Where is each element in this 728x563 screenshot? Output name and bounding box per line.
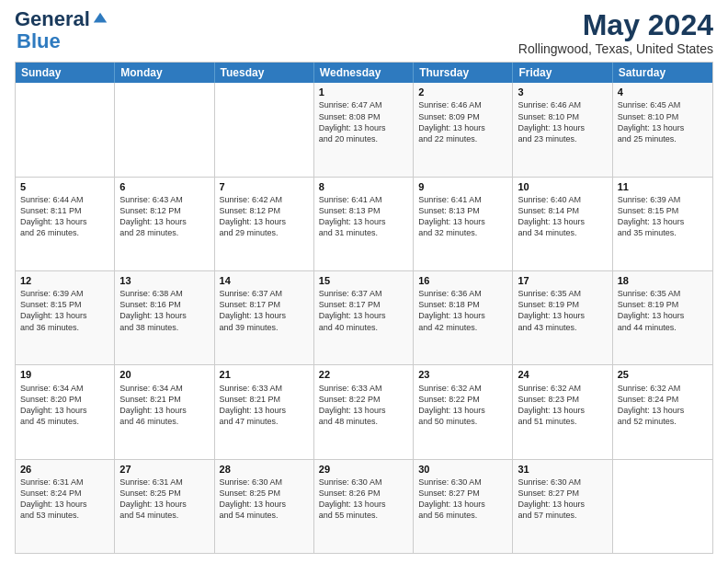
cell-day-number: 20 xyxy=(119,368,209,381)
cal-header-saturday: Saturday xyxy=(613,63,712,83)
logo-blue: Blue xyxy=(17,29,61,53)
title-area: May 2024 Rollingwood, Texas, United Stat… xyxy=(518,9,713,56)
cell-day-number: 24 xyxy=(518,368,607,381)
subtitle: Rollingwood, Texas, United States xyxy=(518,41,713,56)
cal-cell-12: 12Sunrise: 6:39 AM Sunset: 8:15 PM Dayli… xyxy=(16,271,115,364)
page: General Blue May 2024 Rollingwood, Texas… xyxy=(0,0,728,563)
cell-sun-info: Sunrise: 6:32 AM Sunset: 8:22 PM Dayligh… xyxy=(418,383,507,428)
cal-header-wednesday: Wednesday xyxy=(314,63,414,83)
cell-sun-info: Sunrise: 6:30 AM Sunset: 8:26 PM Dayligh… xyxy=(319,477,408,522)
cell-sun-info: Sunrise: 6:33 AM Sunset: 8:22 PM Dayligh… xyxy=(319,383,408,428)
cell-sun-info: Sunrise: 6:47 AM Sunset: 8:08 PM Dayligh… xyxy=(319,99,408,144)
cell-day-number: 14 xyxy=(220,274,309,287)
cal-cell-27: 27Sunrise: 6:31 AM Sunset: 8:25 PM Dayli… xyxy=(115,460,214,553)
cell-sun-info: Sunrise: 6:34 AM Sunset: 8:21 PM Dayligh… xyxy=(119,383,209,428)
cal-cell-8: 8Sunrise: 6:41 AM Sunset: 8:13 PM Daylig… xyxy=(314,178,414,270)
cal-row-5: 26Sunrise: 6:31 AM Sunset: 8:24 PM Dayli… xyxy=(16,459,712,553)
cal-cell-23: 23Sunrise: 6:32 AM Sunset: 8:22 PM Dayli… xyxy=(414,365,513,458)
cell-sun-info: Sunrise: 6:30 AM Sunset: 8:25 PM Dayligh… xyxy=(220,477,309,522)
cal-header-monday: Monday xyxy=(115,63,214,83)
cell-sun-info: Sunrise: 6:40 AM Sunset: 8:14 PM Dayligh… xyxy=(518,194,607,239)
cal-cell-25: 25Sunrise: 6:32 AM Sunset: 8:24 PM Dayli… xyxy=(613,365,712,458)
cell-day-number: 3 xyxy=(518,86,607,98)
svg-marker-0 xyxy=(94,13,107,23)
cal-row-2: 5Sunrise: 6:44 AM Sunset: 8:11 PM Daylig… xyxy=(16,177,712,270)
cal-cell-15: 15Sunrise: 6:37 AM Sunset: 8:17 PM Dayli… xyxy=(314,271,414,364)
main-title: May 2024 xyxy=(518,9,713,41)
cell-day-number: 5 xyxy=(20,180,109,193)
cell-day-number: 2 xyxy=(418,86,507,98)
cell-sun-info: Sunrise: 6:46 AM Sunset: 8:09 PM Dayligh… xyxy=(418,99,507,144)
cell-day-number: 22 xyxy=(319,368,408,381)
cell-sun-info: Sunrise: 6:32 AM Sunset: 8:23 PM Dayligh… xyxy=(518,383,607,428)
cell-sun-info: Sunrise: 6:39 AM Sunset: 8:15 PM Dayligh… xyxy=(20,288,109,333)
cal-cell-empty-4-6 xyxy=(613,460,712,553)
cal-cell-14: 14Sunrise: 6:37 AM Sunset: 8:17 PM Dayli… xyxy=(215,271,314,364)
cell-sun-info: Sunrise: 6:39 AM Sunset: 8:15 PM Dayligh… xyxy=(618,194,708,239)
cell-sun-info: Sunrise: 6:32 AM Sunset: 8:24 PM Dayligh… xyxy=(618,383,708,428)
cell-sun-info: Sunrise: 6:44 AM Sunset: 8:11 PM Dayligh… xyxy=(20,194,109,239)
cell-day-number: 19 xyxy=(20,368,109,381)
cal-cell-empty-0-2 xyxy=(215,83,314,176)
cal-cell-30: 30Sunrise: 6:30 AM Sunset: 8:27 PM Dayli… xyxy=(414,460,513,553)
cell-sun-info: Sunrise: 6:36 AM Sunset: 8:18 PM Dayligh… xyxy=(418,288,507,333)
cell-sun-info: Sunrise: 6:35 AM Sunset: 8:19 PM Dayligh… xyxy=(618,288,708,333)
cal-header-friday: Friday xyxy=(513,63,612,83)
cell-day-number: 21 xyxy=(220,368,309,381)
cal-cell-16: 16Sunrise: 6:36 AM Sunset: 8:18 PM Dayli… xyxy=(414,271,513,364)
cal-header-thursday: Thursday xyxy=(414,63,513,83)
cell-day-number: 16 xyxy=(418,274,507,287)
cal-row-3: 12Sunrise: 6:39 AM Sunset: 8:15 PM Dayli… xyxy=(16,270,712,364)
cal-cell-20: 20Sunrise: 6:34 AM Sunset: 8:21 PM Dayli… xyxy=(115,365,214,458)
header: General Blue May 2024 Rollingwood, Texas… xyxy=(15,9,713,56)
cell-sun-info: Sunrise: 6:41 AM Sunset: 8:13 PM Dayligh… xyxy=(319,194,408,239)
cell-day-number: 8 xyxy=(319,180,408,193)
cell-day-number: 12 xyxy=(20,274,109,287)
cal-row-4: 19Sunrise: 6:34 AM Sunset: 8:20 PM Dayli… xyxy=(16,364,712,458)
cell-day-number: 1 xyxy=(319,86,408,98)
cell-day-number: 28 xyxy=(220,463,309,476)
cal-cell-5: 5Sunrise: 6:44 AM Sunset: 8:11 PM Daylig… xyxy=(16,178,115,270)
calendar: SundayMondayTuesdayWednesdayThursdayFrid… xyxy=(15,62,713,554)
cal-header-tuesday: Tuesday xyxy=(215,63,314,83)
logo: General Blue xyxy=(15,9,108,53)
logo-text: General xyxy=(15,9,108,29)
cell-day-number: 29 xyxy=(319,463,408,476)
cal-cell-11: 11Sunrise: 6:39 AM Sunset: 8:15 PM Dayli… xyxy=(613,178,712,270)
cell-sun-info: Sunrise: 6:43 AM Sunset: 8:12 PM Dayligh… xyxy=(119,194,209,239)
cell-day-number: 30 xyxy=(418,463,507,476)
cal-cell-empty-0-1 xyxy=(115,83,214,176)
cal-cell-empty-0-0 xyxy=(16,83,115,176)
cal-cell-21: 21Sunrise: 6:33 AM Sunset: 8:21 PM Dayli… xyxy=(215,365,314,458)
cal-cell-6: 6Sunrise: 6:43 AM Sunset: 8:12 PM Daylig… xyxy=(115,178,214,270)
cell-sun-info: Sunrise: 6:33 AM Sunset: 8:21 PM Dayligh… xyxy=(220,383,309,428)
logo-icon xyxy=(92,11,108,28)
cal-cell-13: 13Sunrise: 6:38 AM Sunset: 8:16 PM Dayli… xyxy=(115,271,214,364)
cell-sun-info: Sunrise: 6:31 AM Sunset: 8:24 PM Dayligh… xyxy=(20,477,109,522)
cell-day-number: 31 xyxy=(518,463,607,476)
cal-cell-4: 4Sunrise: 6:45 AM Sunset: 8:10 PM Daylig… xyxy=(613,83,712,176)
cell-day-number: 23 xyxy=(418,368,507,381)
cell-sun-info: Sunrise: 6:38 AM Sunset: 8:16 PM Dayligh… xyxy=(119,288,209,333)
cell-day-number: 26 xyxy=(20,463,109,476)
cell-day-number: 10 xyxy=(518,180,607,193)
cal-cell-29: 29Sunrise: 6:30 AM Sunset: 8:26 PM Dayli… xyxy=(314,460,414,553)
cell-day-number: 9 xyxy=(418,180,507,193)
logo-general: General xyxy=(15,9,90,29)
cal-cell-9: 9Sunrise: 6:41 AM Sunset: 8:13 PM Daylig… xyxy=(414,178,513,270)
cell-day-number: 13 xyxy=(119,274,209,287)
calendar-body: 1Sunrise: 6:47 AM Sunset: 8:08 PM Daylig… xyxy=(16,83,712,553)
cell-sun-info: Sunrise: 6:34 AM Sunset: 8:20 PM Dayligh… xyxy=(20,383,109,428)
cal-cell-24: 24Sunrise: 6:32 AM Sunset: 8:23 PM Dayli… xyxy=(513,365,612,458)
cal-cell-3: 3Sunrise: 6:46 AM Sunset: 8:10 PM Daylig… xyxy=(513,83,612,176)
cal-cell-31: 31Sunrise: 6:30 AM Sunset: 8:27 PM Dayli… xyxy=(513,460,612,553)
cal-cell-1: 1Sunrise: 6:47 AM Sunset: 8:08 PM Daylig… xyxy=(314,83,414,176)
cell-day-number: 7 xyxy=(220,180,309,193)
cell-day-number: 17 xyxy=(518,274,607,287)
cal-cell-26: 26Sunrise: 6:31 AM Sunset: 8:24 PM Dayli… xyxy=(16,460,115,553)
cell-day-number: 11 xyxy=(618,180,708,193)
cell-sun-info: Sunrise: 6:46 AM Sunset: 8:10 PM Dayligh… xyxy=(518,99,607,144)
cell-day-number: 4 xyxy=(618,86,708,98)
cal-cell-10: 10Sunrise: 6:40 AM Sunset: 8:14 PM Dayli… xyxy=(513,178,612,270)
cal-cell-7: 7Sunrise: 6:42 AM Sunset: 8:12 PM Daylig… xyxy=(215,178,314,270)
